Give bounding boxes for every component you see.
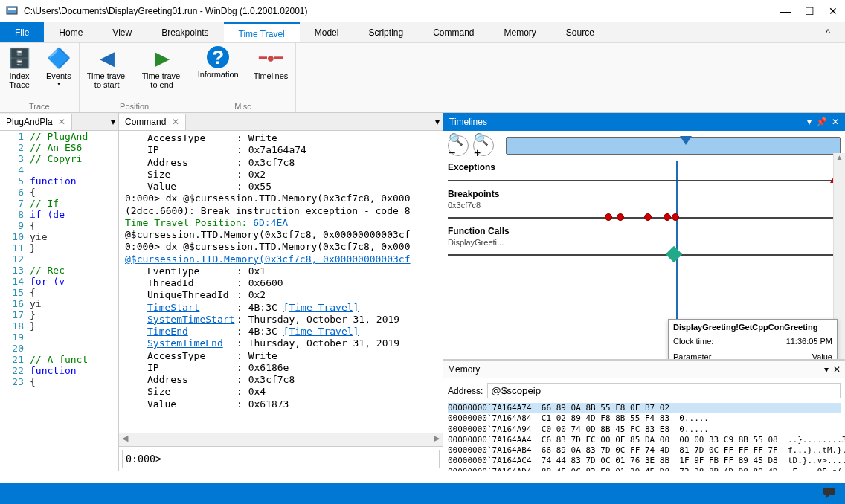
zoom-out-button[interactable]: 🔍− <box>448 135 469 156</box>
command-output[interactable]: AccessType: WriteIP: 0x7a164a74Address: … <box>119 131 443 433</box>
time-travel-end-button[interactable]: ▶ Time travel to end <box>135 43 190 100</box>
index-trace-button[interactable]: 🗄️ Index Trace <box>0 43 39 100</box>
timeline-title: Timelines <box>449 117 803 127</box>
breakpoints-track[interactable] <box>448 217 841 219</box>
row-function-calls-label: Function Calls <box>448 226 841 236</box>
close-button[interactable]: ✕ <box>827 5 839 17</box>
tab-command[interactable]: Command ✕ <box>119 114 186 130</box>
timeline-header: Timelines ▾ 📌 ✕ <box>443 113 845 131</box>
menu-collapse-icon[interactable]: ^ <box>811 22 845 42</box>
events-button[interactable]: 🔷 Events ▾ <box>39 43 79 100</box>
horizontal-scrollbar[interactable]: ◀ ▶ <box>119 433 443 446</box>
information-button[interactable]: ? Information <box>190 43 246 100</box>
memory-title: Memory <box>448 364 480 375</box>
app-icon <box>6 5 18 17</box>
tooltip-title: DisplayGreeting!GetCppConGreeting <box>669 320 837 335</box>
function-track[interactable] <box>448 254 841 256</box>
command-input[interactable] <box>122 450 440 468</box>
minimize-panel-icon[interactable]: ▾ <box>807 117 812 127</box>
zoom-in-button[interactable]: 🔍+ <box>473 135 494 156</box>
breakpoint-marker[interactable] <box>672 213 679 221</box>
row-breakpoints-label: Breakpoints <box>448 189 841 199</box>
play-back-icon: ◀ <box>95 46 119 70</box>
tab-plugandplay[interactable]: PlugAndPla ✕ <box>0 114 72 130</box>
ribbon-group-trace: Trace <box>0 100 79 112</box>
titlebar: C:\Users\Documents\DisplayGreeting01.run… <box>0 0 845 22</box>
menu-scripting[interactable]: Scripting <box>353 22 418 42</box>
memory-panel: Memory ▾ ✕ Address: 00000000`7A164A74 66… <box>443 360 845 471</box>
menu-memory[interactable]: Memory <box>489 22 551 42</box>
row-exceptions-label: Exceptions <box>448 162 841 172</box>
ribbon: 🗄️ Index Trace 🔷 Events ▾ Trace ◀ Time t… <box>0 43 845 113</box>
close-tab-icon[interactable]: ✕ <box>172 117 179 127</box>
pin-icon[interactable]: 📌 <box>816 117 827 127</box>
scroll-right-icon[interactable]: ▶ <box>434 433 440 446</box>
status-bar <box>0 483 845 504</box>
code-editor[interactable]: 1// PlugAnd2// An ES63// Copyri45functio… <box>0 131 118 471</box>
exceptions-track[interactable] <box>448 180 841 181</box>
close-tab-icon[interactable]: ✕ <box>58 117 65 127</box>
breakpoint-marker[interactable] <box>644 213 652 221</box>
menu-view[interactable]: View <box>97 22 147 42</box>
panel-menu-icon[interactable]: ▾ <box>824 364 829 375</box>
window-title: C:\Users\Documents\DisplayGreeting01.run… <box>24 6 780 16</box>
slider-handle-icon[interactable] <box>680 136 692 145</box>
play-forward-icon: ▶ <box>150 46 174 70</box>
svg-rect-1 <box>8 8 16 10</box>
breakpoint-marker[interactable] <box>664 213 671 221</box>
timeline-body: 🔍− 🔍+ Exceptions Breakpoints 0x3cf7c8 <box>443 131 845 360</box>
menu-command[interactable]: Command <box>418 22 489 42</box>
address-input[interactable] <box>487 383 841 398</box>
svg-rect-2 <box>823 488 835 495</box>
function-tooltip: DisplayGreeting!GetCppConGreeting Clock … <box>668 319 838 360</box>
panel-menu-icon[interactable]: ▾ <box>108 117 118 127</box>
command-input-area <box>119 446 443 471</box>
function-call-marker[interactable] <box>665 246 682 263</box>
events-icon: 🔷 <box>47 46 71 70</box>
panel-menu-icon[interactable]: ▾ <box>432 117 443 127</box>
menu-bar: File Home View Breakpoints Time Travel M… <box>0 22 845 43</box>
ribbon-group-misc: Misc <box>190 100 296 112</box>
menu-file[interactable]: File <box>0 22 44 42</box>
menu-breakpoints[interactable]: Breakpoints <box>147 22 223 42</box>
address-label: Address: <box>448 386 483 396</box>
function-name: DisplayGreeti... <box>448 238 841 247</box>
memory-hexdump[interactable]: 00000000`7A164A74 66 89 0A 8B 55 F8 0F B… <box>443 403 845 471</box>
close-panel-icon[interactable]: ✕ <box>833 364 841 375</box>
timeline-icon: ━●━ <box>259 46 283 70</box>
menu-model[interactable]: Model <box>300 22 354 42</box>
scroll-left-icon[interactable]: ◀ <box>122 433 128 446</box>
info-icon: ? <box>207 46 229 68</box>
breakpoint-address: 0x3cf7c8 <box>448 201 841 210</box>
menu-timetravel[interactable]: Time Travel <box>224 22 300 42</box>
breakpoint-marker[interactable] <box>605 213 612 221</box>
close-panel-icon[interactable]: ✕ <box>832 117 839 127</box>
timeline-slider[interactable] <box>506 137 841 155</box>
menu-home[interactable]: Home <box>44 22 97 42</box>
source-panel: PlugAndPla ✕ ▾ 1// PlugAnd2// An ES63// … <box>0 113 119 471</box>
feedback-icon[interactable] <box>823 486 836 502</box>
dropdown-icon: ▾ <box>57 80 60 87</box>
database-icon: 🗄️ <box>7 46 31 70</box>
breakpoint-marker[interactable] <box>617 213 624 221</box>
time-travel-start-button[interactable]: ◀ Time travel to start <box>80 43 135 100</box>
ribbon-group-position: Position <box>80 100 190 112</box>
minimize-button[interactable]: — <box>780 5 791 17</box>
svg-rect-0 <box>7 7 17 14</box>
timelines-button[interactable]: ━●━ Timelines <box>246 43 296 100</box>
maximize-button[interactable]: ☐ <box>803 5 815 17</box>
menu-source[interactable]: Source <box>551 22 609 42</box>
command-panel: Command ✕ ▾ AccessType: WriteIP: 0x7a164… <box>119 113 443 471</box>
